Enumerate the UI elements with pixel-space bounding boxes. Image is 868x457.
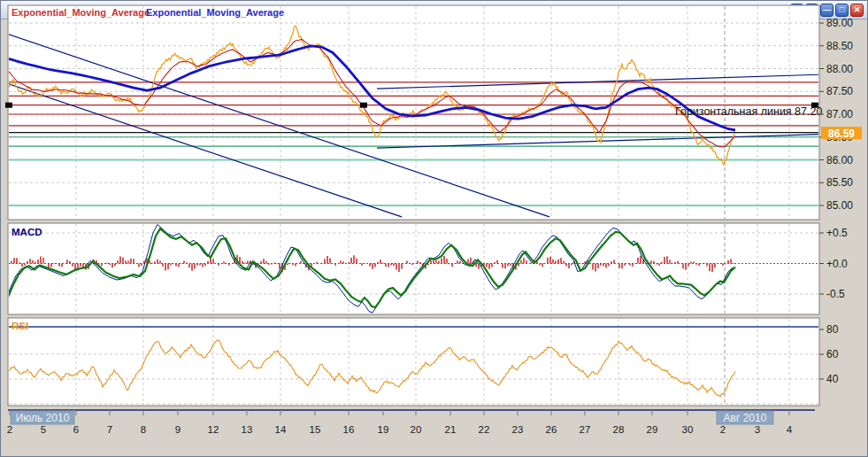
- date-label: 13: [242, 424, 253, 435]
- date-label: 9: [175, 424, 181, 435]
- date-label: 30: [682, 424, 694, 435]
- legend-ema-red: Exponential_Moving_Average: [12, 7, 150, 18]
- macd-axis-label: +0.0: [826, 258, 848, 270]
- date-label: 26: [546, 424, 557, 435]
- macd-pane-label: MACD: [12, 227, 42, 237]
- price-axis-label: 87.00: [826, 108, 853, 120]
- price-axis-label: 85.00: [826, 199, 853, 212]
- date-label: 3: [755, 424, 760, 435]
- value-axis: 89.0088.5088.0087.5087.0086.5086.0085.50…: [819, 17, 853, 385]
- date-label: 8: [141, 424, 146, 435]
- price-axis-label: 85.50: [826, 176, 853, 189]
- rsi-axis-label: 40: [826, 373, 839, 385]
- date-label: 23: [512, 424, 524, 435]
- date-label: 2: [7, 424, 12, 435]
- date-label: 6: [73, 424, 79, 435]
- rsi-pane-label: RSI: [12, 321, 28, 331]
- chart-window: График USD /JPY ЧАС ?II—□✕ Горизонтальна…: [0, 0, 868, 457]
- price-axis-label: 88.50: [826, 40, 853, 52]
- rsi-pane[interactable]: [8, 318, 819, 406]
- date-label: 20: [411, 424, 422, 435]
- date-label: 29: [647, 424, 658, 435]
- date-axis[interactable]: 256789121314151619202122232627282930234И…: [7, 410, 815, 435]
- date-label: 28: [613, 424, 625, 435]
- date-label: 7: [107, 424, 112, 435]
- price-axis-label: 87.50: [826, 85, 853, 97]
- month-badge-label: Авг 2010: [724, 412, 767, 424]
- rsi-axis-label: 60: [826, 348, 839, 360]
- rsi-axis-label: 80: [826, 323, 839, 336]
- date-label: 2: [720, 424, 726, 435]
- price-axis-label: 86.00: [826, 154, 853, 167]
- macd-axis-label: +0.5: [826, 227, 848, 239]
- macd-pane[interactable]: [8, 223, 819, 314]
- date-label: 12: [208, 424, 219, 435]
- price-axis-label: 89.00: [826, 17, 853, 29]
- date-label: 19: [378, 424, 389, 435]
- date-label: 5: [41, 424, 46, 435]
- month-badge-label: Июль 2010: [16, 412, 70, 424]
- date-label: 16: [343, 424, 355, 435]
- date-label: 21: [445, 424, 457, 435]
- current-price-value: 86.59: [828, 128, 855, 140]
- legend-ema-blue: Exponential_Moving_Average: [146, 7, 284, 18]
- horizontal-line-label: Горизонтальная линия 87.20: [675, 105, 822, 118]
- date-label: 22: [479, 424, 490, 435]
- price-axis-label: 88.00: [826, 63, 853, 75]
- macd-axis-label: -0.5: [826, 288, 845, 300]
- chart-canvas[interactable]: Горизонтальная линия 87.20Exponential_Mo…: [1, 1, 868, 439]
- date-label: 15: [310, 424, 321, 435]
- date-label: 27: [580, 424, 591, 435]
- date-label: 14: [275, 424, 287, 435]
- date-label: 4: [787, 424, 793, 435]
